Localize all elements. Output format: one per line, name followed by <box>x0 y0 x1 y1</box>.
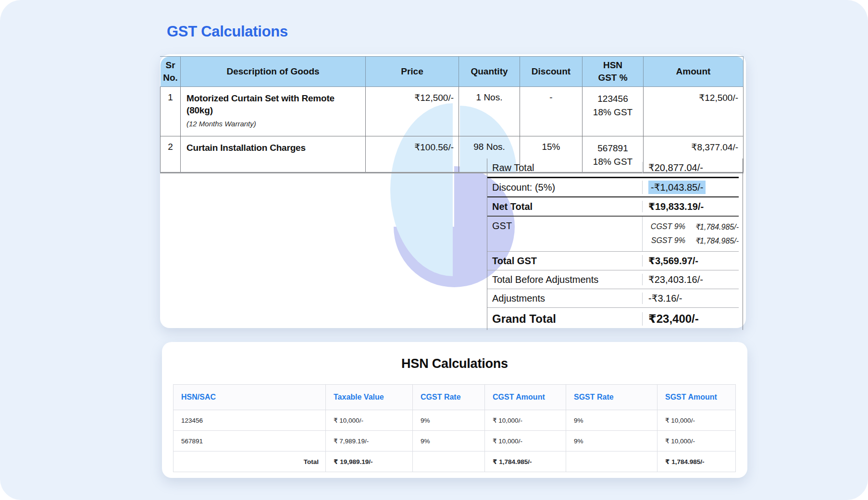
hsn-total-row: Total ₹ 19,989.19/- ₹ 1,784.985/- ₹ 1,78… <box>174 451 736 472</box>
raw-total-label: Raw Total <box>492 162 642 173</box>
hsn-cgst-amount: ₹ 10,000/- <box>485 431 566 451</box>
net-total-row: Net Total ₹19,833.19/- <box>487 197 739 217</box>
sgst-rate-label: SGST 9% <box>651 236 685 245</box>
col-header-sr-no: Sr No. <box>161 57 181 87</box>
total-before-adjustments-value: ₹23,403.16/- <box>642 274 739 285</box>
grand-total-label: Grand Total <box>492 312 642 326</box>
hsn-row: 567891 ₹ 7,989.19/- 9% ₹ 10,000/- 9% ₹ 1… <box>174 431 736 451</box>
item-sr-no: 1 <box>161 87 181 136</box>
col-header-price: Price <box>366 57 459 87</box>
highlighted-discount-amount: -₹1,043.85/- <box>648 181 706 194</box>
total-gst-row: Total GST ₹3,569.97/- <box>487 252 739 270</box>
hsn-cgst-rate: 9% <box>413 410 485 431</box>
hsn-section-title: HSN Calculations <box>162 356 747 371</box>
col-header-quantity: Quantity <box>459 57 520 87</box>
hsn-col-header-sgst-rate: SGST Rate <box>566 385 657 410</box>
hsn-sgst-amount: ₹ 10,000/- <box>657 431 736 451</box>
discount-label: Discount: (5%) <box>492 182 642 193</box>
hsn-code: 567891 <box>174 431 326 451</box>
item-hsn-code: 123456 <box>583 92 643 106</box>
cgst-rate-label: CGST 9% <box>651 222 685 232</box>
adjustments-value: -₹3.16/- <box>642 293 739 304</box>
col-header-amount: Amount <box>644 57 744 87</box>
hsn-total-cgst-rate-empty <box>413 451 485 472</box>
hsn-col-header-taxable-value: Taxable Value <box>326 385 413 410</box>
hsn-col-header-hsn-sac: HSN/SAC <box>174 385 326 410</box>
item-amount: ₹12,500/- <box>644 87 744 136</box>
item-price: ₹100.56/- <box>366 136 459 173</box>
item-description-cell: Curtain Installation Charges <box>181 136 366 173</box>
hsn-sgst-rate: 9% <box>566 410 657 431</box>
item-description: Curtain Installation Charges <box>186 142 361 154</box>
cgst-amount: ₹1,784.985/- <box>695 222 739 232</box>
raw-total-value: ₹20,877.04/- <box>642 162 739 173</box>
adjustments-label: Adjustments <box>492 293 642 304</box>
gst-breakdown: CGST 9% ₹1,784.985/- SGST 9% ₹1,784.985/… <box>642 217 739 251</box>
item-discount: - <box>520 87 583 136</box>
net-total-value: ₹19,833.19/- <box>642 201 739 212</box>
discount-row: Discount: (5%) -₹1,043.85/- <box>487 178 739 197</box>
total-gst-label: Total GST <box>492 256 642 267</box>
cgst-line: CGST 9% ₹1,784.985/- <box>648 222 739 232</box>
totals-summary-panel: Raw Total ₹20,877.04/- Discount: (5%) -₹… <box>487 159 743 330</box>
sgst-line: SGST 9% ₹1,784.985/- <box>648 236 739 245</box>
hsn-col-header-cgst-amount: CGST Amount <box>485 385 566 410</box>
col-header-hsn-gst: HSN GST % <box>583 57 644 87</box>
discount-value: -₹1,043.85/- <box>642 181 739 194</box>
col-header-description: Description of Goods <box>181 57 366 87</box>
item-sr-no: 2 <box>161 136 181 173</box>
page-background: GST Calculations Sr No. Description of G… <box>0 0 868 500</box>
grand-total-row: Grand Total ₹23,400/- <box>487 308 739 330</box>
hsn-row: 123456 ₹ 10,000/- 9% ₹ 10,000/- 9% ₹ 10,… <box>174 410 736 431</box>
hsn-calculations-card: HSN Calculations HSN/SAC Taxable Value C… <box>162 342 747 478</box>
hsn-total-label: Total <box>174 451 326 472</box>
hsn-sgst-amount: ₹ 10,000/- <box>657 410 736 431</box>
sgst-amount: ₹1,784.985/- <box>695 236 739 245</box>
hsn-col-header-sgst-amount: SGST Amount <box>657 385 736 410</box>
gst-label: GST <box>492 217 642 251</box>
item-description-cell: Motorized Curtain Set with Remote (80kg)… <box>181 87 366 136</box>
hsn-col-header-cgst-rate: CGST Rate <box>413 385 485 410</box>
item-gst-rate: 18% GST <box>583 106 643 119</box>
hsn-total-sgst-rate-empty <box>566 451 657 472</box>
item-description: Motorized Curtain Set with Remote (80kg) <box>186 92 361 116</box>
hsn-taxable-value: ₹ 10,000/- <box>326 410 413 431</box>
item-quantity: 1 Nos. <box>459 87 520 136</box>
hsn-table: HSN/SAC Taxable Value CGST Rate CGST Amo… <box>173 384 736 472</box>
total-before-adjustments-label: Total Before Adjustments <box>492 274 642 285</box>
hsn-total-taxable-value: ₹ 19,989.19/- <box>326 451 413 472</box>
adjustments-row: Adjustments -₹3.16/- <box>487 289 739 308</box>
hsn-table-header: HSN/SAC Taxable Value CGST Rate CGST Amo… <box>174 385 736 410</box>
hsn-taxable-value: ₹ 7,989.19/- <box>326 431 413 451</box>
hsn-cgst-rate: 9% <box>413 431 485 451</box>
hsn-total-sgst-amount: ₹ 1,784.985/- <box>657 451 736 472</box>
gst-calculations-card: Sr No. Description of Goods Price Quanti… <box>160 54 746 328</box>
hsn-cgst-amount: ₹ 10,000/- <box>485 410 566 431</box>
raw-total-row: Raw Total ₹20,877.04/- <box>487 159 739 178</box>
items-table: Sr No. Description of Goods Price Quanti… <box>160 56 744 173</box>
page-title: GST Calculations <box>167 23 288 40</box>
item-warranty-note: (12 Months Warranty) <box>186 120 361 128</box>
col-header-discount: Discount <box>520 57 583 87</box>
hsn-total-cgst-amount: ₹ 1,784.985/- <box>485 451 566 472</box>
grand-total-value: ₹23,400/- <box>642 312 739 326</box>
item-row: 1 Motorized Curtain Set with Remote (80k… <box>161 87 744 136</box>
total-gst-value: ₹3,569.97/- <box>642 255 739 267</box>
net-total-label: Net Total <box>492 201 642 212</box>
total-before-adjustments-row: Total Before Adjustments ₹23,403.16/- <box>487 270 739 289</box>
items-table-header: Sr No. Description of Goods Price Quanti… <box>161 57 744 87</box>
item-price: ₹12,500/- <box>366 87 459 136</box>
hsn-code: 123456 <box>174 410 326 431</box>
hsn-sgst-rate: 9% <box>566 431 657 451</box>
item-hsn-code: 567891 <box>583 142 643 155</box>
gst-breakdown-row: GST CGST 9% ₹1,784.985/- SGST 9% ₹1,784.… <box>487 217 739 252</box>
item-hsn-gst-cell: 123456 18% GST <box>583 87 644 136</box>
